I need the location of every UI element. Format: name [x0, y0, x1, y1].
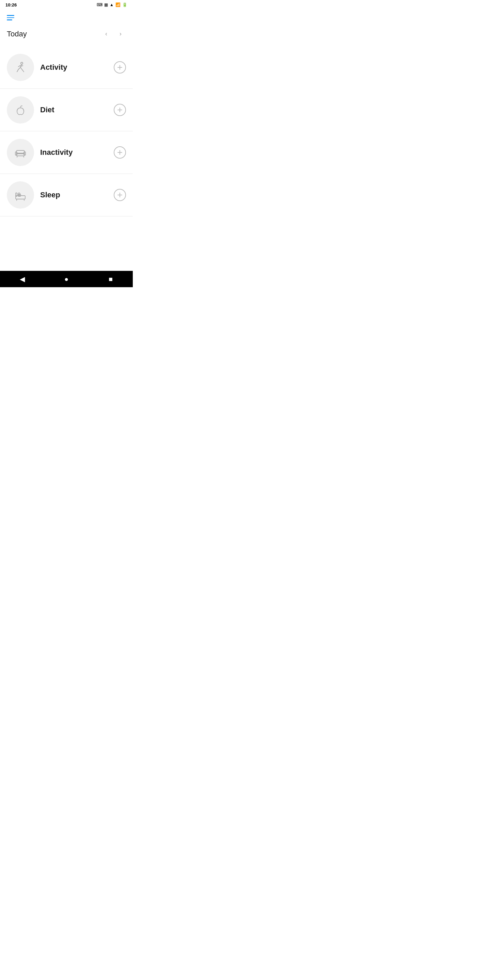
sim-icon: ▦	[104, 2, 108, 7]
sleep-icon-circle	[7, 181, 34, 208]
svg-line-17	[24, 156, 24, 157]
plus-icon	[117, 64, 123, 70]
diet-icon	[14, 103, 27, 117]
category-item-activity: Activity	[0, 46, 133, 89]
inactivity-icon	[14, 146, 27, 159]
activity-icon	[14, 60, 27, 74]
svg-line-2	[18, 67, 21, 69]
inactivity-icon-circle	[7, 139, 34, 166]
plus-icon	[117, 192, 123, 198]
category-item-inactivity: Inactivity	[0, 131, 133, 174]
status-icons: ⌨ ▦ ▲ 📶 🔋	[97, 2, 127, 7]
home-button[interactable]: ●	[58, 272, 75, 286]
sleep-name: Sleep	[40, 191, 108, 199]
category-item-sleep: Sleep	[0, 174, 133, 216]
status-time: 10:26	[5, 2, 17, 8]
category-item-diet: Diet	[0, 89, 133, 131]
svg-point-23	[18, 193, 20, 195]
svg-line-16	[17, 156, 18, 157]
recents-button[interactable]: ■	[102, 272, 119, 286]
back-button[interactable]: ◀	[14, 272, 30, 286]
activity-add-button[interactable]	[114, 61, 126, 73]
menu-line-3	[7, 19, 12, 21]
diet-icon-circle	[7, 96, 34, 124]
next-day-button[interactable]: ›	[115, 29, 126, 40]
activity-name: Activity	[40, 63, 108, 72]
categories-list: Activity Diet	[0, 46, 133, 271]
wifi-icon: ▲	[110, 2, 114, 7]
svg-line-4	[21, 67, 22, 70]
inactivity-add-button[interactable]	[114, 146, 126, 159]
menu-line-1	[7, 15, 14, 16]
prev-day-button[interactable]: ‹	[101, 29, 112, 40]
sleep-add-button[interactable]	[114, 189, 126, 201]
sleep-icon	[14, 188, 27, 202]
date-label: Today	[7, 30, 27, 38]
diet-name: Diet	[40, 105, 108, 115]
plus-icon	[117, 107, 123, 113]
battery-icon: 🔋	[122, 2, 127, 7]
status-bar: 10:26 ⌨ ▦ ▲ 📶 🔋	[0, 0, 133, 10]
diet-add-button[interactable]	[114, 104, 126, 116]
svg-line-3	[17, 69, 18, 72]
menu-button[interactable]	[7, 15, 14, 21]
date-navigation: Today ‹ ›	[0, 24, 133, 46]
keyboard-icon: ⌨	[97, 2, 102, 7]
menu-line-2	[7, 18, 14, 18]
bottom-nav: ◀ ● ■	[0, 271, 133, 287]
header	[0, 10, 133, 24]
plus-icon	[117, 150, 123, 156]
inactivity-name: Inactivity	[40, 148, 108, 157]
svg-line-5	[22, 70, 24, 72]
nav-arrows: ‹ ›	[101, 29, 126, 40]
activity-icon-circle	[7, 54, 34, 81]
signal-icon: 📶	[115, 2, 121, 7]
